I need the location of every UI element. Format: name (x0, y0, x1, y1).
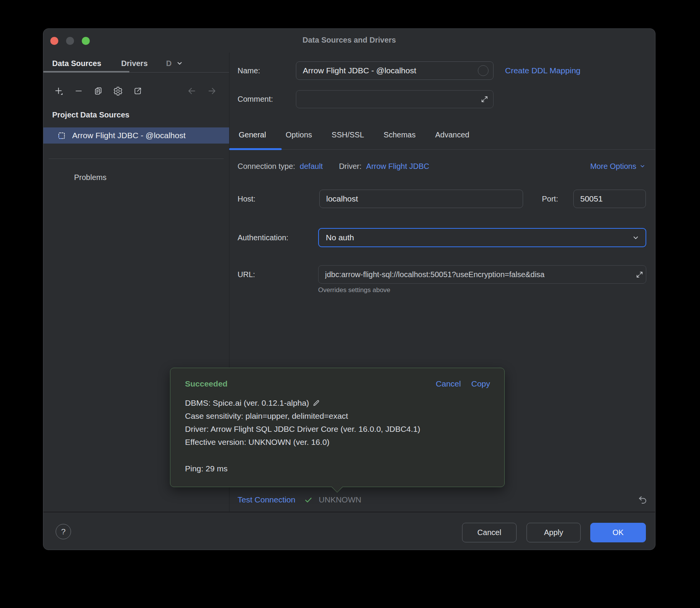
select-chevron-icon[interactable] (632, 234, 639, 241)
sidebar-section-header: Project Data Sources (52, 111, 129, 119)
data-source-icon (57, 131, 66, 140)
active-tab-indicator (229, 148, 282, 150)
more-options-chevron-icon[interactable] (639, 163, 646, 169)
forward-arrow-icon[interactable] (207, 86, 217, 96)
data-sources-dialog: Data Sources and Drivers Data Sources Dr… (43, 28, 655, 550)
url-field[interactable]: jdbc:arrow-flight-sql://localhost:50051?… (318, 265, 646, 284)
url-label: URL: (238, 270, 255, 279)
tab-ssh-ssl[interactable]: SSH/SSL (332, 131, 364, 139)
name-label: Name: (238, 66, 260, 75)
sidebar-tab-data-sources[interactable]: Data Sources (52, 59, 101, 68)
create-ddl-mapping-link[interactable]: Create DDL Mapping (505, 66, 581, 75)
name-value: Arrow Flight JDBC - @localhost (303, 66, 416, 75)
host-value: localhost (326, 194, 358, 203)
connection-type-label: Connection type: (238, 162, 295, 171)
tab-general[interactable]: General (239, 131, 266, 139)
port-label: Port: (542, 195, 558, 203)
help-button[interactable]: ? (56, 524, 71, 539)
driver-label: Driver: (339, 162, 362, 171)
tabs-overflow-chevron-icon[interactable] (176, 60, 183, 67)
popup-driver-line: Driver: Arrow Flight SQL JDBC Driver Cor… (185, 423, 493, 436)
help-label: ? (61, 527, 66, 536)
sidebar-item-label: Arrow Flight JDBC - @localhost (72, 131, 186, 140)
name-field[interactable]: Arrow Flight JDBC - @localhost (296, 61, 494, 80)
sidebar-item-arrow-flight-jdbc[interactable]: Arrow Flight JDBC - @localhost (43, 127, 229, 144)
refresh-indicator-icon (478, 65, 489, 76)
popup-ping-line: Ping: 29 ms (185, 462, 493, 475)
open-in-new-window-icon[interactable] (133, 86, 142, 96)
sidebar-divider (49, 159, 224, 159)
more-options-control[interactable]: More Options (590, 157, 646, 175)
tab-schemas[interactable]: Schemas (384, 131, 416, 139)
popup-case-line: Case sensitivity: plain=upper, delimited… (185, 410, 493, 423)
footer-divider (43, 512, 655, 512)
host-field[interactable]: localhost (319, 190, 523, 208)
apply-button[interactable]: Apply (527, 523, 581, 542)
popup-dbms-line: DBMS: Spice.ai (ver. 0.12.1-alpha) (185, 397, 309, 410)
back-arrow-icon[interactable] (187, 86, 197, 96)
url-hint: Overrides settings above (318, 286, 390, 294)
remove-data-source-button[interactable] (74, 86, 83, 96)
active-tab-underline (43, 71, 129, 73)
more-options-label[interactable]: More Options (590, 162, 636, 171)
test-connection-popup: Succeeded Cancel Copy DBMS: Spice.ai (ve… (170, 368, 505, 487)
comment-label: Comment: (238, 95, 273, 104)
sidebar-tab-drivers[interactable]: Drivers (121, 59, 148, 68)
host-label: Host: (238, 195, 256, 203)
url-expand-icon[interactable] (636, 271, 644, 279)
comment-field[interactable] (296, 90, 494, 108)
popup-effective-line: Effective version: UNKNOWN (ver. 16.0) (185, 436, 493, 449)
popup-cancel-link[interactable]: Cancel (436, 379, 461, 388)
window-title: Data Sources and Drivers (43, 36, 655, 45)
success-check-icon (304, 496, 313, 504)
settings-gear-icon[interactable] (113, 86, 123, 96)
test-status-text: UNKNOWN (319, 495, 362, 504)
duplicate-button[interactable] (94, 86, 103, 96)
popup-copy-link[interactable]: Copy (471, 379, 490, 388)
authentication-select[interactable]: No auth (318, 228, 646, 247)
ok-button[interactable]: OK (590, 523, 646, 542)
tabstrip-divider (229, 149, 655, 150)
popup-status: Succeeded (185, 379, 228, 388)
url-value: jdbc:arrow-flight-sql://localhost:50051?… (325, 270, 545, 279)
connection-type-value[interactable]: default (300, 162, 323, 171)
authentication-value: No auth (326, 233, 354, 242)
authentication-label: Authentication: (238, 233, 288, 242)
port-field[interactable]: 50051 (573, 190, 646, 208)
driver-value-link[interactable]: Arrow Flight JDBC (366, 162, 429, 171)
tab-options[interactable]: Options (286, 131, 312, 139)
sidebar-tab-truncated[interactable]: D (166, 59, 172, 68)
screen-background: Data Sources and Drivers Data Sources Dr… (0, 0, 700, 608)
tab-advanced[interactable]: Advanced (435, 131, 469, 139)
cancel-button[interactable]: Cancel (462, 523, 517, 542)
add-data-source-button[interactable] (54, 86, 64, 96)
port-value: 50051 (580, 194, 603, 203)
expand-editor-icon[interactable] (480, 95, 489, 103)
test-connection-link[interactable]: Test Connection (238, 495, 296, 504)
sidebar-item-problems[interactable]: Problems (74, 173, 106, 182)
edit-pencil-icon[interactable] (312, 399, 320, 407)
revert-undo-icon[interactable] (637, 495, 648, 505)
